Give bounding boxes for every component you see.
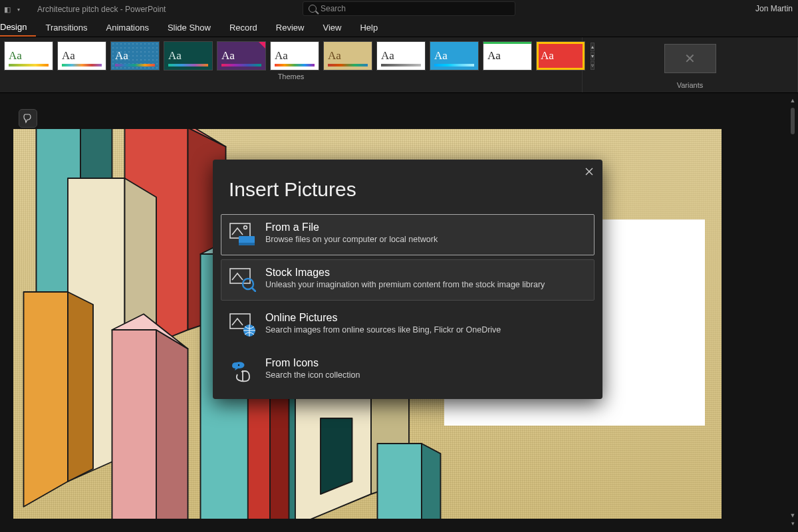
option-from-icons[interactable]: From Icons Search the icon collection [221, 350, 595, 391]
variants-label: Variants [583, 79, 797, 92]
scroll-down-icon[interactable]: ▼ [789, 512, 797, 520]
theme-thumb[interactable]: Aa [110, 41, 160, 70]
svg-marker-9 [112, 330, 157, 519]
close-button[interactable] [583, 165, 596, 178]
ribbon-body: AaAaAaAaAaAaAaAaAaAaAa▴▾▿ Themes ✕ Varia… [0, 37, 798, 93]
search-icon [309, 5, 317, 13]
svg-marker-22 [422, 444, 441, 519]
vertical-scrollbar[interactable]: ▲ ▼ ▾ [789, 97, 797, 528]
option-online-pictures[interactable]: Online Pictures Search images from onlin… [221, 305, 595, 346]
scroll-thumb[interactable] [791, 108, 795, 134]
option-title: Stock Images [265, 267, 545, 279]
theme-thumb[interactable]: Aa [164, 41, 213, 70]
themes-label: Themes [0, 70, 582, 84]
insert-pictures-dialog: Insert Pictures From a File Browse files… [213, 160, 602, 399]
ribbon-group-themes: AaAaAaAaAaAaAaAaAaAaAa▴▾▿ Themes [0, 37, 583, 92]
tab-transitions[interactable]: Transitions [36, 19, 96, 37]
variant-thumb[interactable]: ✕ [664, 44, 716, 73]
theme-thumb[interactable]: Aa [57, 41, 106, 70]
tab-slide-show[interactable]: Slide Show [158, 19, 220, 37]
scroll-up-icon[interactable]: ▲ [789, 97, 797, 105]
option-title: From a File [265, 221, 438, 233]
option-title: From Icons [265, 357, 360, 369]
svg-rect-28 [239, 243, 255, 245]
qat-icon[interactable]: ◧ [4, 5, 11, 14]
option-desc: Unleash your imagination with premium co… [265, 280, 545, 289]
themes-gallery: AaAaAaAaAaAaAaAaAaAaAa▴▾▿ [0, 37, 582, 70]
svg-point-34 [238, 364, 239, 366]
tab-record[interactable]: Record [220, 19, 267, 37]
theme-thumb[interactable]: Aa [323, 41, 372, 70]
tab-help[interactable]: Help [350, 19, 387, 37]
theme-thumb[interactable]: Aa [217, 41, 266, 70]
svg-point-30 [243, 279, 253, 289]
svg-line-31 [252, 288, 256, 292]
tab-review[interactable]: Review [267, 19, 314, 37]
user-name[interactable]: Jon Martin [755, 4, 793, 13]
theme-thumb[interactable]: Aa [4, 41, 53, 70]
online-pictures-icon [229, 312, 256, 338]
search-input[interactable]: Search [303, 1, 515, 16]
svg-marker-7 [24, 292, 68, 507]
tab-view[interactable]: View [313, 19, 350, 37]
icons-icon [229, 357, 256, 384]
stock-images-icon [229, 267, 256, 293]
tab-animations[interactable]: Animations [97, 19, 158, 37]
option-desc: Search the icon collection [265, 370, 360, 380]
option-desc: Browse files on your computer or local n… [265, 235, 438, 244]
qat-down-icon[interactable]: ▾ [17, 7, 20, 13]
theme-thumb[interactable]: Aa [430, 41, 479, 70]
svg-point-26 [244, 226, 247, 229]
theme-thumb[interactable]: Aa [376, 41, 426, 70]
search-placeholder: Search [321, 4, 346, 13]
svg-marker-8 [68, 292, 93, 481]
svg-marker-20 [321, 418, 352, 494]
dialog-title: Insert Pictures [213, 160, 602, 210]
svg-marker-10 [156, 330, 188, 519]
tab-design[interactable]: Design [0, 19, 36, 37]
option-title: Online Pictures [265, 312, 501, 324]
title-bar: ◧ ▾ Architecture pitch deck - PowerPoint… [0, 0, 798, 19]
document-title: Architecture pitch deck - PowerPoint [37, 5, 166, 14]
theme-thumb[interactable]: Aa [536, 41, 585, 70]
svg-marker-21 [378, 444, 422, 519]
scroll-next-slide-icon[interactable]: ▾ [789, 520, 797, 528]
slide-workspace: Insert Pictures From a File Browse files… [0, 93, 798, 532]
copilot-button[interactable] [19, 109, 37, 128]
ribbon-group-variants: ✕ Variants [583, 37, 798, 92]
option-desc: Search images from online sources like B… [265, 325, 501, 334]
option-stock-images[interactable]: Stock Images Unleash your imagination wi… [221, 259, 595, 301]
option-from-file[interactable]: From a File Browse files on your compute… [221, 214, 595, 255]
file-picture-icon [229, 221, 256, 248]
theme-thumb[interactable]: Aa [483, 41, 532, 70]
theme-thumb[interactable]: Aa [270, 41, 319, 70]
ribbon-tabs: Design Transitions Animations Slide Show… [0, 19, 798, 37]
